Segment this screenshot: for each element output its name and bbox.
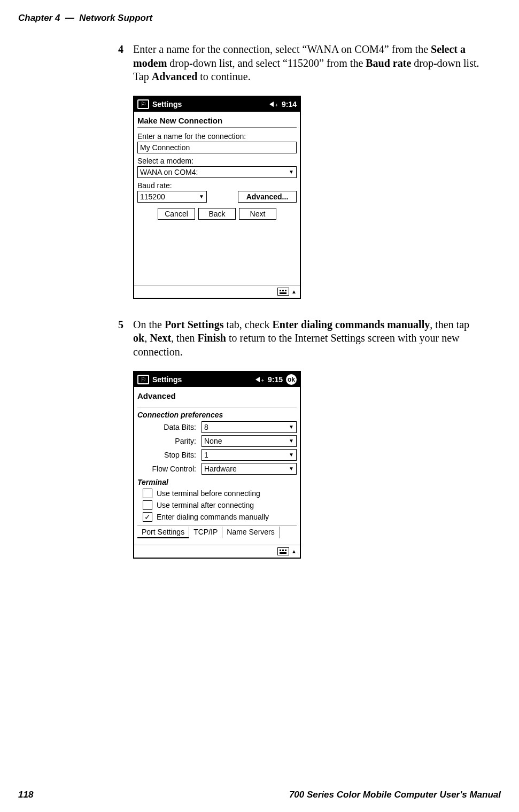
- footer-manual-title: 700 Series Color Mobile Computer User's …: [289, 790, 501, 800]
- back-button[interactable]: Back: [198, 208, 236, 220]
- connection-name-input[interactable]: My Connection: [137, 142, 297, 153]
- tab-tcpip[interactable]: TCP/IP: [189, 527, 222, 538]
- device-sip-bar: ▲: [134, 545, 300, 558]
- screenshot-advanced: ⚐ Settings ₊ 9:15 ok Advanced Connection…: [133, 371, 301, 559]
- step-5-bold-3: ok: [133, 332, 144, 344]
- section-connection-prefs: Connection preferences: [137, 411, 297, 419]
- stop-bits-value: 1: [204, 451, 208, 459]
- step-5-number: 5: [118, 318, 123, 332]
- step-4-text-4: to continue.: [197, 71, 250, 82]
- step-5-bold-2: Enter dialing commands manually: [273, 319, 430, 330]
- baud-select[interactable]: 115200 ▼: [137, 191, 207, 203]
- parity-select[interactable]: None ▼: [202, 435, 297, 447]
- page-content: 4 Enter a name for the connection, selec…: [133, 43, 485, 578]
- header-dash: —: [65, 13, 74, 23]
- connection-name-label: Enter a name for the connection:: [137, 132, 297, 141]
- step-5-text-3: , then tap: [430, 319, 469, 330]
- parity-label: Parity:: [137, 437, 196, 445]
- tab-port-settings[interactable]: Port Settings: [137, 527, 189, 538]
- terminal-after-checkbox[interactable]: Use terminal after connecting: [143, 500, 297, 510]
- modem-value: WANA on COM4:: [140, 168, 198, 176]
- modem-select[interactable]: WANA on COM4: ▼: [137, 166, 297, 178]
- volume-icon[interactable]: ₊: [269, 100, 278, 108]
- advanced-button[interactable]: Advanced...: [238, 191, 297, 203]
- chevron-up-icon[interactable]: ▲: [291, 289, 297, 295]
- tab-strip: Port Settings TCP/IP Name Servers: [137, 525, 297, 538]
- checkbox-checked-icon: ✓: [143, 512, 152, 522]
- header-section: Network Support: [79, 13, 152, 23]
- checkbox-empty-icon: [143, 489, 152, 498]
- volume-icon[interactable]: ₊: [255, 375, 265, 383]
- step-4-text-1: Enter a name for the connection, select …: [133, 43, 431, 55]
- device-body: Make New Connection Enter a name for the…: [134, 112, 300, 281]
- device-titlebar: ⚐ Settings ₊ 9:14: [134, 97, 300, 112]
- device-sip-bar: ▲: [134, 285, 300, 298]
- page-header: Chapter 4 — Network Support: [18, 13, 501, 24]
- step-5-text-2: tab, check: [223, 319, 272, 330]
- device-body: Advanced Connection preferences Data Bit…: [134, 387, 300, 540]
- screen-heading: Make New Connection: [137, 116, 297, 128]
- titlebar-time: 9:14: [282, 100, 297, 109]
- step-5-bold-1: Port Settings: [165, 319, 224, 330]
- step-5-text-1: On the: [133, 319, 165, 330]
- flow-control-select[interactable]: Hardware ▼: [202, 463, 297, 475]
- step-5-bold-4: Next: [150, 332, 171, 344]
- start-menu-icon[interactable]: ⚐: [137, 375, 149, 384]
- chevron-down-icon: ▼: [199, 194, 204, 199]
- cancel-button[interactable]: Cancel: [158, 208, 195, 220]
- tab-name-servers[interactable]: Name Servers: [222, 527, 279, 538]
- data-bits-label: Data Bits:: [137, 423, 196, 431]
- dialing-manual-checkbox[interactable]: ✓ Enter dialing commands manually: [143, 512, 297, 522]
- footer-page-number: 118: [18, 790, 33, 800]
- chevron-down-icon: ▼: [289, 438, 294, 444]
- section-terminal: Terminal: [137, 478, 297, 486]
- stop-bits-select[interactable]: 1 ▼: [202, 449, 297, 461]
- terminal-before-label: Use terminal before connecting: [157, 489, 260, 498]
- connection-name-value: My Connection: [140, 143, 190, 152]
- step-5-bold-5: Finish: [198, 332, 226, 344]
- screenshot-make-new-connection: ⚐ Settings ₊ 9:14 Make New Connection En…: [133, 96, 301, 299]
- step-4-bold-3: Advanced: [152, 71, 198, 82]
- keyboard-icon[interactable]: [277, 547, 289, 555]
- chevron-up-icon[interactable]: ▲: [291, 548, 297, 554]
- step-4-bold-2: Baud rate: [366, 57, 411, 69]
- flow-control-value: Hardware: [204, 465, 237, 473]
- baud-label: Baud rate:: [137, 181, 207, 190]
- chevron-down-icon: ▼: [289, 452, 294, 458]
- chevron-down-icon: ▼: [289, 466, 294, 471]
- parity-value: None: [204, 437, 222, 445]
- titlebar-title: Settings: [152, 375, 182, 384]
- step-4-number: 4: [118, 43, 123, 57]
- device-titlebar: ⚐ Settings ₊ 9:15 ok: [134, 372, 300, 387]
- titlebar-time: 9:15: [268, 375, 283, 384]
- start-menu-icon[interactable]: ⚐: [137, 99, 149, 109]
- next-button[interactable]: Next: [239, 208, 276, 220]
- modem-label: Select a modem:: [137, 157, 297, 165]
- flow-control-label: Flow Control:: [137, 465, 196, 473]
- screen-heading: Advanced: [137, 391, 297, 403]
- step-5-text-4: ,: [144, 332, 150, 344]
- step-4-text-2: drop-down list, and select “115200” from…: [167, 57, 366, 69]
- terminal-after-label: Use terminal after connecting: [157, 501, 254, 509]
- chevron-down-icon: ▼: [289, 424, 294, 430]
- terminal-before-checkbox[interactable]: Use terminal before connecting: [143, 489, 297, 498]
- dialing-manual-label: Enter dialing commands manually: [157, 513, 269, 521]
- step-5-text-5: , then: [171, 332, 197, 344]
- data-bits-value: 8: [204, 423, 208, 431]
- checkbox-empty-icon: [143, 500, 152, 510]
- page-footer: 118 700 Series Color Mobile Computer Use…: [18, 790, 501, 800]
- step-5: 5 On the Port Settings tab, check Enter …: [133, 318, 485, 359]
- ok-button[interactable]: ok: [286, 374, 297, 385]
- stop-bits-label: Stop Bits:: [137, 451, 196, 459]
- header-chapter: Chapter 4: [18, 13, 60, 23]
- titlebar-title: Settings: [152, 100, 182, 109]
- data-bits-select[interactable]: 8 ▼: [202, 421, 297, 433]
- baud-value: 115200: [140, 192, 165, 201]
- step-4: 4 Enter a name for the connection, selec…: [133, 43, 485, 84]
- keyboard-icon[interactable]: [277, 288, 289, 296]
- chevron-down-icon: ▼: [289, 169, 294, 175]
